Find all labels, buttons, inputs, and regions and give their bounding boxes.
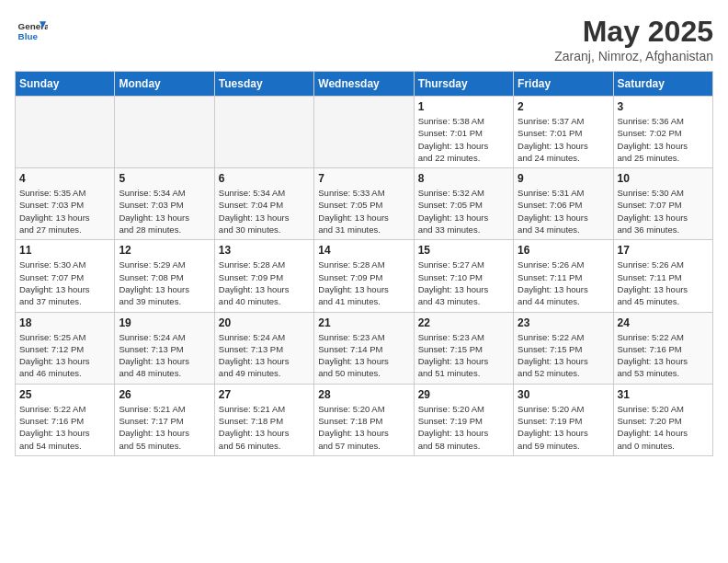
day-info: Sunrise: 5:20 AM Sunset: 7:19 PM Dayligh… [418,403,509,452]
day-info: Sunrise: 5:20 AM Sunset: 7:19 PM Dayligh… [518,403,609,452]
day-info: Sunrise: 5:26 AM Sunset: 7:11 PM Dayligh… [618,259,709,307]
day-info: Sunrise: 5:27 AM Sunset: 7:10 PM Dayligh… [418,259,509,307]
calendar-cell [16,97,115,168]
weekday-header-friday: Friday [514,72,613,97]
calendar-cell: 7Sunrise: 5:33 AM Sunset: 7:05 PM Daylig… [314,168,414,240]
day-number: 28 [318,388,409,401]
calendar-cell: 15Sunrise: 5:27 AM Sunset: 7:10 PM Dayli… [414,240,513,312]
day-info: Sunrise: 5:29 AM Sunset: 7:08 PM Dayligh… [119,259,210,307]
day-number: 27 [219,388,310,401]
day-number: 20 [219,316,310,329]
calendar-cell: 8Sunrise: 5:32 AM Sunset: 7:05 PM Daylig… [414,168,513,240]
day-info: Sunrise: 5:33 AM Sunset: 7:05 PM Dayligh… [318,187,409,236]
calendar-cell: 5Sunrise: 5:34 AM Sunset: 7:03 PM Daylig… [115,168,214,240]
day-info: Sunrise: 5:21 AM Sunset: 7:18 PM Dayligh… [219,403,310,452]
calendar-cell: 6Sunrise: 5:34 AM Sunset: 7:04 PM Daylig… [214,168,313,240]
day-number: 14 [318,244,409,257]
day-number: 11 [19,244,110,257]
calendar-cell: 26Sunrise: 5:21 AM Sunset: 7:17 PM Dayli… [115,384,214,455]
day-info: Sunrise: 5:25 AM Sunset: 7:12 PM Dayligh… [19,331,110,380]
day-number: 23 [518,316,609,329]
calendar-cell: 23Sunrise: 5:22 AM Sunset: 7:15 PM Dayli… [514,312,613,384]
location: Zaranj, Nimroz, Afghanistan [554,49,713,63]
calendar-cell [214,97,313,168]
weekday-header-monday: Monday [115,72,214,97]
calendar-cell: 14Sunrise: 5:28 AM Sunset: 7:09 PM Dayli… [314,240,414,312]
day-info: Sunrise: 5:30 AM Sunset: 7:07 PM Dayligh… [618,187,709,236]
day-number: 26 [119,388,210,401]
calendar-cell: 17Sunrise: 5:26 AM Sunset: 7:11 PM Dayli… [613,240,712,312]
day-number: 7 [318,172,409,185]
calendar-cell: 3Sunrise: 5:36 AM Sunset: 7:02 PM Daylig… [613,97,712,168]
day-number: 3 [618,100,709,113]
week-row-3: 11Sunrise: 5:30 AM Sunset: 7:07 PM Dayli… [16,240,713,312]
day-number: 24 [618,316,709,329]
weekday-header-row: SundayMondayTuesdayWednesdayThursdayFrid… [16,72,713,97]
logo-icon: General Blue [15,15,48,48]
day-number: 1 [418,100,509,113]
day-info: Sunrise: 5:22 AM Sunset: 7:16 PM Dayligh… [19,403,110,452]
calendar-cell: 11Sunrise: 5:30 AM Sunset: 7:07 PM Dayli… [16,240,115,312]
calendar-cell: 2Sunrise: 5:37 AM Sunset: 7:01 PM Daylig… [514,97,613,168]
calendar-cell: 28Sunrise: 5:20 AM Sunset: 7:18 PM Dayli… [314,384,414,455]
title-block: May 2025 Zaranj, Nimroz, Afghanistan [554,15,713,63]
day-number: 22 [418,316,509,329]
day-info: Sunrise: 5:28 AM Sunset: 7:09 PM Dayligh… [219,259,310,307]
page-header: General Blue May 2025 Zaranj, Nimroz, Af… [15,15,713,63]
day-info: Sunrise: 5:31 AM Sunset: 7:06 PM Dayligh… [518,187,609,236]
calendar-table: SundayMondayTuesdayWednesdayThursdayFrid… [15,71,713,456]
day-number: 6 [219,172,310,185]
day-info: Sunrise: 5:24 AM Sunset: 7:13 PM Dayligh… [219,331,310,380]
day-number: 10 [618,172,709,185]
weekday-header-wednesday: Wednesday [314,72,414,97]
calendar-cell: 9Sunrise: 5:31 AM Sunset: 7:06 PM Daylig… [514,168,613,240]
day-info: Sunrise: 5:37 AM Sunset: 7:01 PM Dayligh… [518,115,609,164]
calendar-cell: 24Sunrise: 5:22 AM Sunset: 7:16 PM Dayli… [613,312,712,384]
day-number: 4 [19,172,110,185]
day-number: 18 [19,316,110,329]
day-info: Sunrise: 5:26 AM Sunset: 7:11 PM Dayligh… [518,259,609,307]
calendar-cell: 19Sunrise: 5:24 AM Sunset: 7:13 PM Dayli… [115,312,214,384]
weekday-header-sunday: Sunday [16,72,115,97]
calendar-cell: 18Sunrise: 5:25 AM Sunset: 7:12 PM Dayli… [16,312,115,384]
day-number: 2 [518,100,609,113]
weekday-header-tuesday: Tuesday [214,72,313,97]
calendar-cell: 21Sunrise: 5:23 AM Sunset: 7:14 PM Dayli… [314,312,414,384]
day-number: 31 [618,388,709,401]
day-info: Sunrise: 5:20 AM Sunset: 7:20 PM Dayligh… [618,403,709,452]
day-number: 25 [19,388,110,401]
calendar-cell: 13Sunrise: 5:28 AM Sunset: 7:09 PM Dayli… [214,240,313,312]
day-info: Sunrise: 5:32 AM Sunset: 7:05 PM Dayligh… [418,187,509,236]
day-number: 9 [518,172,609,185]
calendar-cell: 12Sunrise: 5:29 AM Sunset: 7:08 PM Dayli… [115,240,214,312]
day-info: Sunrise: 5:34 AM Sunset: 7:04 PM Dayligh… [219,187,310,236]
week-row-5: 25Sunrise: 5:22 AM Sunset: 7:16 PM Dayli… [16,384,713,455]
calendar-cell: 20Sunrise: 5:24 AM Sunset: 7:13 PM Dayli… [214,312,313,384]
calendar-cell [314,97,414,168]
day-number: 17 [618,244,709,257]
calendar-cell: 27Sunrise: 5:21 AM Sunset: 7:18 PM Dayli… [214,384,313,455]
day-info: Sunrise: 5:34 AM Sunset: 7:03 PM Dayligh… [119,187,210,236]
week-row-4: 18Sunrise: 5:25 AM Sunset: 7:12 PM Dayli… [16,312,713,384]
calendar-cell: 4Sunrise: 5:35 AM Sunset: 7:03 PM Daylig… [16,168,115,240]
day-info: Sunrise: 5:23 AM Sunset: 7:14 PM Dayligh… [318,331,409,380]
day-info: Sunrise: 5:35 AM Sunset: 7:03 PM Dayligh… [19,187,110,236]
week-row-1: 1Sunrise: 5:38 AM Sunset: 7:01 PM Daylig… [16,97,713,168]
day-info: Sunrise: 5:22 AM Sunset: 7:15 PM Dayligh… [518,331,609,380]
calendar-cell: 31Sunrise: 5:20 AM Sunset: 7:20 PM Dayli… [613,384,712,455]
day-number: 8 [418,172,509,185]
day-number: 5 [119,172,210,185]
calendar-cell: 30Sunrise: 5:20 AM Sunset: 7:19 PM Dayli… [514,384,613,455]
day-info: Sunrise: 5:38 AM Sunset: 7:01 PM Dayligh… [418,115,509,164]
day-number: 13 [219,244,310,257]
day-info: Sunrise: 5:23 AM Sunset: 7:15 PM Dayligh… [418,331,509,380]
calendar-cell: 29Sunrise: 5:20 AM Sunset: 7:19 PM Dayli… [414,384,513,455]
month-title: May 2025 [554,15,713,49]
calendar-cell [115,97,214,168]
day-info: Sunrise: 5:21 AM Sunset: 7:17 PM Dayligh… [119,403,210,452]
day-number: 30 [518,388,609,401]
calendar-cell: 1Sunrise: 5:38 AM Sunset: 7:01 PM Daylig… [414,97,513,168]
day-info: Sunrise: 5:30 AM Sunset: 7:07 PM Dayligh… [19,259,110,307]
day-number: 16 [518,244,609,257]
calendar-cell: 16Sunrise: 5:26 AM Sunset: 7:11 PM Dayli… [514,240,613,312]
